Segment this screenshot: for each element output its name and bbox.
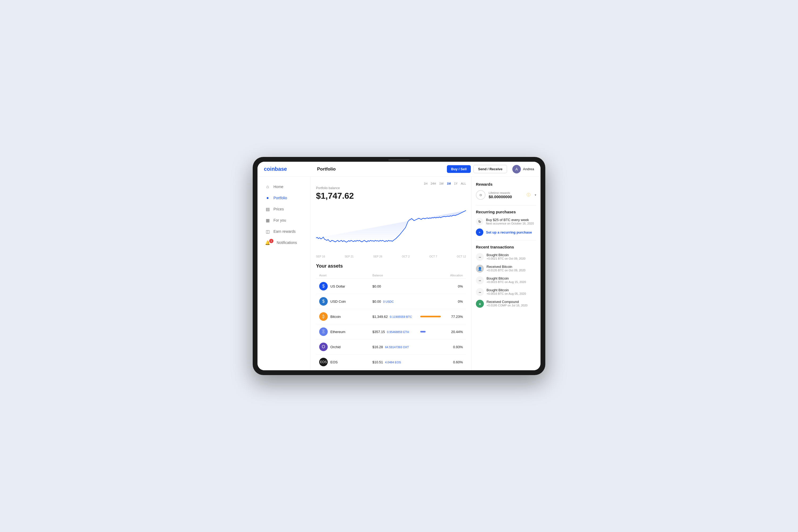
balance-eth: $357.15 0.95468859 ETH bbox=[373, 330, 420, 334]
tx-info-3: Bought Bitcoin +0.0015 BTC on Aug 15, 20… bbox=[487, 277, 526, 284]
alloc-usd: 0% bbox=[441, 284, 463, 288]
eos-icon: EOS bbox=[319, 358, 328, 366]
sidebar-item-portfolio[interactable]: ● Portfolio bbox=[260, 193, 308, 203]
col-balance: Balance bbox=[373, 274, 420, 277]
recurring-item-sub: Next occurence on October 16, 2020 bbox=[486, 222, 534, 225]
alloc-oxt: 0.93% bbox=[441, 345, 463, 349]
table-row[interactable]: O Orchid $16.28 64.59147393 OXT 0.93% bbox=[316, 339, 466, 355]
tx-bought-btc-2-icon: ↔ bbox=[476, 277, 484, 284]
assets-table-header: Asset Balance Allocation bbox=[316, 272, 466, 279]
period-1h[interactable]: 1H bbox=[424, 182, 428, 185]
tx-info-1: Bought Bitcoin +0.0021 BTC on Oct 09, 20… bbox=[487, 253, 525, 260]
tx-item-1: ↔ Bought Bitcoin +0.0021 BTC on Oct 09, … bbox=[476, 253, 536, 261]
balance-sub-eos: 4.0484 EOS bbox=[385, 361, 401, 364]
asset-name-eth: Ethereum bbox=[330, 330, 345, 334]
chart-label-oct12: OCT 12 bbox=[457, 255, 466, 258]
chart-label-sep16: SEP 16 bbox=[316, 255, 325, 258]
balance-eos: $10.51 4.0484 EOS bbox=[373, 360, 420, 364]
portfolio-icon: ● bbox=[265, 195, 270, 201]
sidebar-item-for-you[interactable]: ▦ For you bbox=[260, 215, 308, 226]
btc-icon: ₿ bbox=[319, 312, 328, 321]
alloc-eth: 20.44% bbox=[441, 330, 463, 334]
chevron-down-icon[interactable]: ▾ bbox=[535, 193, 536, 197]
asset-name-oxt: Orchid bbox=[330, 345, 341, 349]
chart-labels: SEP 16 SEP 21 SEP 26 OCT 2 OCT 7 OCT 12 bbox=[316, 255, 466, 258]
table-row[interactable]: Ξ Ethereum $357.15 0.95468859 ETH 20.44% bbox=[316, 324, 466, 339]
sidebar-item-home[interactable]: ⌂ Home bbox=[260, 182, 308, 192]
col-allocation: Allocation bbox=[441, 274, 463, 277]
tx-sub-2: +0.0135 BTC on Oct 09, 2020 bbox=[487, 269, 525, 272]
sidebar-item-label-portfolio: Portfolio bbox=[273, 196, 287, 200]
balance-sub-oxt: 64.59147393 OXT bbox=[385, 345, 409, 349]
sidebar-item-earn-rewards[interactable]: ◫ Earn rewards bbox=[260, 226, 308, 237]
user-menu[interactable]: A Andrea bbox=[512, 165, 534, 173]
balance-oxt: $16.28 64.59147393 OXT bbox=[373, 345, 420, 349]
period-24h[interactable]: 24H bbox=[431, 182, 436, 185]
asset-cell-oxt: O Orchid bbox=[319, 343, 373, 351]
tx-info-4: Bought Bitcoin +0.0016 BTC on Aug 05, 20… bbox=[487, 288, 526, 295]
tx-info-5: Received Compound +0.0195 COMP on Jul 16… bbox=[487, 300, 528, 307]
tx-title-1: Bought Bitcoin bbox=[487, 253, 525, 257]
usdc-icon: $ bbox=[319, 297, 328, 306]
tx-title-4: Bought Bitcoin bbox=[487, 288, 526, 292]
chart-label-sep21: SEP 21 bbox=[345, 255, 354, 258]
asset-cell-eos: EOS EOS bbox=[319, 358, 373, 366]
sidebar-item-label-earn-rewards: Earn rewards bbox=[273, 229, 296, 233]
tx-sub-1: +0.0021 BTC on Oct 09, 2020 bbox=[487, 257, 525, 260]
period-all[interactable]: ALL bbox=[461, 182, 466, 185]
bar-eth bbox=[420, 331, 441, 332]
portfolio-balance: $1,747.62 bbox=[316, 191, 466, 201]
earn-rewards-icon: ◫ bbox=[265, 229, 270, 234]
period-1m[interactable]: 1M bbox=[447, 182, 451, 185]
oxt-icon: O bbox=[319, 343, 328, 351]
asset-name-eos: EOS bbox=[330, 360, 338, 364]
divider bbox=[476, 240, 536, 241]
chart-label-sep26: SEP 26 bbox=[373, 255, 382, 258]
tx-title-5: Received Compound bbox=[487, 300, 528, 304]
table-row[interactable]: $ USD Coin $0.00 0 USDC 0% bbox=[316, 294, 466, 309]
tx-bought-btc-3-icon: ↔ bbox=[476, 288, 484, 296]
sidebar-item-label-home: Home bbox=[273, 185, 283, 189]
asset-cell-eth: Ξ Ethereum bbox=[319, 327, 373, 336]
sidebar-item-prices[interactable]: ▤ Prices bbox=[260, 204, 308, 214]
rewards-label: Lifetime rewards bbox=[489, 191, 524, 194]
balance-btc: $1,349.62 0.11905559 BTC bbox=[373, 315, 420, 319]
tx-item-4: ↔ Bought Bitcoin +0.0016 BTC on Aug 05, … bbox=[476, 288, 536, 296]
rewards-title: Rewards bbox=[476, 182, 536, 187]
recurring-info: Buy $25 of BTC every week Next occurence… bbox=[486, 218, 534, 225]
balance-usdc: $0.00 0 USDC bbox=[373, 300, 420, 304]
divider bbox=[476, 205, 536, 205]
table-row[interactable]: ₿ Bitcoin $1,349.62 0.11905559 BTC 77.23… bbox=[316, 309, 466, 324]
send-receive-button[interactable]: Send / Receive bbox=[474, 165, 507, 173]
info-icon[interactable]: ⓘ bbox=[527, 193, 530, 197]
buy-sell-button[interactable]: Buy / Sell bbox=[447, 165, 471, 173]
tx-sub-3: +0.0015 BTC on Aug 15, 2020 bbox=[487, 280, 526, 284]
table-row[interactable]: ✦ Stellar Lumens $7.81 105.1161867 XLM 0… bbox=[316, 370, 466, 370]
alloc-btc: 77.23% bbox=[441, 315, 463, 319]
tx-sub-5: +0.0195 COMP on Jul 16, 2020 bbox=[487, 304, 528, 307]
tx-item-3: ↔ Bought Bitcoin +0.0015 BTC on Aug 15, … bbox=[476, 277, 536, 284]
balance-sub-btc: 0.11905559 BTC bbox=[390, 315, 412, 318]
notification-badge: 1 bbox=[269, 239, 273, 243]
rewards-card: ○ Lifetime rewards $0.00000000 ⓘ ▾ bbox=[476, 190, 536, 200]
bar-btc bbox=[420, 316, 441, 317]
setup-recurring-button[interactable]: + Set up a recurring purchase bbox=[476, 228, 536, 236]
tx-received-comp-icon: ◈ bbox=[476, 300, 484, 308]
table-row[interactable]: $ US Dollar $0.00 0% bbox=[316, 279, 466, 294]
tx-received-btc-1-icon: 👤 bbox=[476, 265, 484, 273]
period-1w[interactable]: 1W bbox=[439, 182, 444, 185]
assets-title: Your assets bbox=[316, 263, 466, 269]
prices-icon: ▤ bbox=[265, 206, 270, 212]
home-icon: ⌂ bbox=[265, 184, 270, 189]
period-1y[interactable]: 1Y bbox=[454, 182, 457, 185]
setup-label: Set up a recurring purchase bbox=[486, 230, 532, 234]
rewards-info: Lifetime rewards $0.00000000 bbox=[489, 191, 524, 199]
chart-label-oct2: OCT 2 bbox=[402, 255, 410, 258]
sidebar: ⌂ Home ● Portfolio ▤ Prices ▦ For you ◫ bbox=[258, 177, 311, 370]
sidebar-item-notifications[interactable]: 🔔 1 Notifications bbox=[260, 237, 308, 248]
right-panel: Rewards ○ Lifetime rewards $0.00000000 ⓘ… bbox=[471, 177, 540, 370]
recurring-item-title: Buy $25 of BTC every week bbox=[486, 218, 534, 222]
chart-controls: 1H 24H 1W 1M 1Y ALL bbox=[316, 182, 466, 185]
table-row[interactable]: EOS EOS $10.51 4.0484 EOS 0.60% bbox=[316, 355, 466, 370]
recurring-icon: ↻ bbox=[476, 218, 483, 225]
